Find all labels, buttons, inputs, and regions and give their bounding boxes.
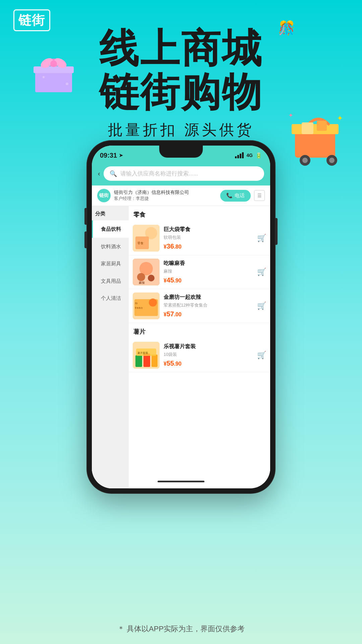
product-image-snack3: 70 零食集合: [133, 292, 160, 319]
supplier-logo: 链街: [97, 189, 111, 202]
power-button: [275, 218, 278, 245]
add-to-cart-button-snack3[interactable]: 🛒: [257, 302, 266, 310]
phone-icon: 📞: [226, 193, 233, 199]
price-int: 57: [167, 310, 174, 318]
price-int: 36: [167, 243, 174, 250]
product-name-chips: 乐视薯片套装: [164, 343, 253, 350]
status-icons: 4G 🔋: [235, 152, 262, 159]
back-button[interactable]: ‹: [98, 170, 100, 177]
phone-mockup: 09:31 ➤ 4G 🔋 ‹: [87, 141, 275, 493]
phone-call-button[interactable]: 📞 电话: [220, 190, 251, 202]
svg-text:零食: 零食: [137, 241, 143, 245]
price-prefix: ¥: [164, 312, 167, 317]
svg-rect-34: [135, 355, 142, 367]
svg-point-25: [137, 273, 145, 281]
sidebar-title: 分类: [92, 206, 129, 220]
product-item[interactable]: 麻辣 吃嘛麻香 麻辣 ¥45.90 🛒: [129, 255, 270, 289]
svg-point-14: [329, 158, 335, 163]
svg-point-13: [302, 158, 308, 163]
sidebar-item-home-kitchen[interactable]: 家居厨具: [92, 255, 129, 272]
phone-notch: [159, 146, 203, 158]
price-int: 55: [167, 360, 174, 367]
product-info-chips: 乐视薯片套装 10袋装 ¥55.90: [164, 343, 253, 367]
svg-text:零食集合: 零食集合: [135, 307, 143, 309]
product-price-snack3: ¥57.00: [164, 310, 253, 318]
product-info-snack2: 吃嘛麻香 麻辣 ¥45.90: [164, 260, 253, 284]
product-name-snack3: 金磨坊一起欢辣: [164, 294, 253, 301]
product-item[interactable]: 薯片套装 乐视薯片套装 10袋装 ¥55.90 🛒: [129, 338, 270, 372]
battery-icon: 🔋: [255, 152, 262, 159]
volume-down-button: [84, 231, 87, 248]
hero-section: 线上商城 链街购物 批量折扣 源头供货: [0, 27, 362, 140]
app-header: ‹ 🔍 请输入供应商名称进行搜索......: [92, 163, 270, 185]
location-arrow-icon: ➤: [119, 153, 123, 158]
price-prefix: ¥: [164, 244, 167, 250]
product-image-snack2: 麻辣: [133, 259, 160, 285]
product-name-snack1: 巨大袋零食: [164, 226, 253, 233]
time-display: 09:31: [100, 152, 117, 159]
search-placeholder-text: 请输入供应商名称进行搜索......: [120, 170, 198, 177]
product-name-snack2: 吃嘛麻香: [164, 260, 253, 267]
hero-title-1: 线上商城: [0, 27, 362, 70]
svg-text:麻辣: 麻辣: [139, 281, 145, 284]
main-content: 分类 食品饮料 饮料酒水 家居厨具 文具用品 个人清洁 零食: [92, 206, 270, 488]
search-icon: 🔍: [110, 170, 117, 177]
signal-strength-icon: [235, 152, 244, 158]
product-price-chips: ¥55.90: [164, 360, 253, 367]
product-tag-snack1: 软萌包装: [164, 234, 253, 240]
phone-screen: 09:31 ➤ 4G 🔋 ‹: [92, 146, 270, 488]
product-info-snack1: 巨大袋零食 软萌包装 ¥36.80: [164, 226, 253, 250]
search-bar[interactable]: 🔍 请输入供应商名称进行搜索......: [104, 166, 264, 181]
product-image-snack1: 零食: [133, 225, 160, 252]
snacks-section-title: 零食: [129, 206, 270, 221]
product-price-snack1: ¥36.80: [164, 243, 253, 250]
supplier-manager-label: 客户经理：李思捷: [114, 196, 217, 202]
svg-point-26: [148, 275, 155, 281]
supplier-info: 链街引力（济南）信息科技有限公司 客户经理：李思捷: [114, 190, 217, 202]
svg-point-32: [149, 299, 157, 307]
phone-btn-label: 电话: [235, 193, 245, 199]
add-to-cart-button-snack1[interactable]: 🛒: [257, 234, 266, 243]
category-sidebar: 分类 食品饮料 饮料酒水 家居厨具 文具用品 个人清洁: [92, 206, 129, 488]
chips-section-title: 薯片: [129, 323, 270, 338]
sidebar-item-personal-care[interactable]: 个人清洁: [92, 289, 129, 307]
price-dec: .90: [174, 278, 181, 283]
status-time: 09:31 ➤: [100, 152, 123, 159]
home-indicator: [158, 481, 204, 482]
price-prefix: ¥: [164, 361, 167, 367]
product-price-snack2: ¥45.90: [164, 276, 253, 284]
hero-title-2: 链街购物: [0, 70, 362, 114]
product-tag-snack3: 荤素搭配12种零食集合: [164, 302, 253, 308]
product-tag-snack2: 麻辣: [164, 268, 253, 274]
order-list-icon: ☰: [257, 193, 262, 198]
svg-rect-36: [152, 355, 158, 367]
footnote: ＊ 具体以APP实际为主，界面仅供参考: [0, 624, 362, 634]
sidebar-item-drinks-alcohol[interactable]: 饮料酒水: [92, 238, 129, 255]
network-type-label: 4G: [246, 153, 253, 158]
supplier-bar: 链街 链街引力（济南）信息科技有限公司 客户经理：李思捷 📞 电话 ☰: [92, 185, 270, 206]
product-list: 零食 零食: [129, 206, 270, 488]
price-prefix: ¥: [164, 278, 167, 283]
add-to-cart-button-snack2[interactable]: 🛒: [257, 268, 266, 276]
product-info-snack3: 金磨坊一起欢辣 荤素搭配12种零食集合 ¥57.00: [164, 294, 253, 318]
price-dec: .80: [174, 244, 181, 250]
price-dec: .00: [174, 312, 181, 317]
supplier-company-name: 链街引力（济南）信息科技有限公司: [114, 190, 217, 196]
sidebar-item-stationery[interactable]: 文具用品: [92, 272, 129, 290]
price-int: 45: [167, 276, 174, 284]
svg-text:70: 70: [135, 302, 137, 305]
product-item[interactable]: 零食 巨大袋零食 软萌包装 ¥36.80 🛒: [129, 221, 270, 255]
add-to-cart-button-chips[interactable]: 🛒: [257, 351, 266, 360]
volume-up-button: [84, 208, 87, 225]
order-list-button[interactable]: ☰: [254, 190, 265, 201]
product-image-chips: 薯片套装: [133, 342, 160, 369]
hero-subtitle: 批量折扣 源头供货: [0, 120, 362, 140]
svg-text:薯片套装: 薯片套装: [137, 352, 148, 355]
phone-frame: 09:31 ➤ 4G 🔋 ‹: [87, 141, 275, 493]
product-item[interactable]: 70 零食集合 金磨坊一起欢辣 荤素搭配12种零食集合 ¥57.00: [129, 289, 270, 323]
product-tag-chips: 10袋装: [164, 352, 253, 358]
price-dec: .90: [174, 361, 181, 367]
sidebar-item-food-beverage[interactable]: 食品饮料: [92, 220, 129, 238]
